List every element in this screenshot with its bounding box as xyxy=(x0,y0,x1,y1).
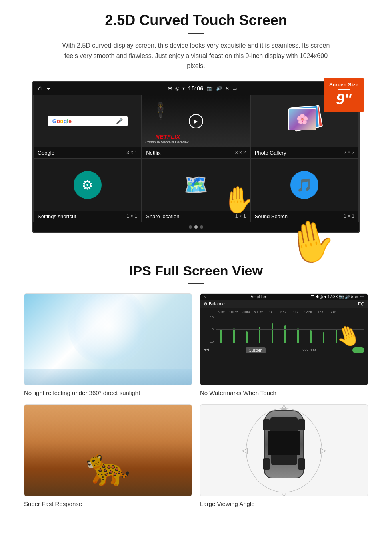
eq-label-500hz: 500hz xyxy=(253,310,264,314)
amp-icons: ☰ ✱ ◎ ▾ 17:33 📷 🔊 ✕ ▭ ➖ xyxy=(311,295,364,299)
car-roof xyxy=(268,431,300,455)
car-body xyxy=(264,410,304,478)
custom-button[interactable]: Custom xyxy=(246,347,266,353)
home-icon[interactable]: ⌂ xyxy=(38,84,42,92)
eq-area: 60hz 100hz 200hz 500hz 1k 2.5k 10k 12.5k… xyxy=(200,308,368,346)
app-name-sound: Sound Search xyxy=(255,213,288,219)
section2-title: IPS Full Screen View xyxy=(24,263,368,279)
sky-gradient xyxy=(24,405,192,460)
dot-3[interactable] xyxy=(200,225,203,229)
loudness-toggle[interactable] xyxy=(352,347,364,353)
view-arrow-bottom: ▽ xyxy=(281,490,287,496)
app-grid-google: 3 × 1 xyxy=(126,150,137,155)
app-cell-netflix[interactable]: 🕴 ▶ NETFLIX Continue Marvel's Daredevil … xyxy=(142,95,250,159)
section2-underline xyxy=(188,283,204,284)
car-wheel-front-left xyxy=(263,419,270,430)
play-button[interactable]: ▶ xyxy=(189,114,203,128)
daredevil-silhouette: 🕴 xyxy=(150,101,171,121)
app-cell-share[interactable]: 🗺️ 🤚 Share location 1 × 1 xyxy=(142,159,250,222)
eq-bar-2 xyxy=(233,328,235,343)
eq-label-15k: 15k xyxy=(315,310,326,314)
amp-time: 17:33 xyxy=(328,295,338,299)
feature-car: ◁ ▷ △ ▽ Large Viewing Angle xyxy=(200,404,368,507)
photo-stack: 🌸 xyxy=(288,105,320,137)
status-center: ✱ ◎ ▾ 15:06 📷 🔊 ✕ ▭ xyxy=(51,85,354,92)
status-icons-left: ⌂ ⌁ xyxy=(38,84,51,93)
feature-amplifier: ⌂ Amplifier ☰ ✱ ◎ ▾ 17:33 📷 🔊 ✕ ▭ ➖ ⚙ Ba… xyxy=(200,293,368,396)
close-icon: ✕ xyxy=(225,86,229,91)
car-caption: Large Viewing Angle xyxy=(200,500,368,507)
eq-axis-10: 10 xyxy=(204,315,214,319)
volume-icon: 🔊 xyxy=(216,86,222,91)
amp-status-bar: ⌂ Amplifier ☰ ✱ ◎ ▾ 17:33 📷 🔊 ✕ ▭ ➖ xyxy=(200,293,368,300)
sunlight-image xyxy=(24,293,192,385)
amplifier-image: ⌂ Amplifier ☰ ✱ ◎ ▾ 17:33 📷 🔊 ✕ ▭ ➖ ⚙ Ba… xyxy=(200,293,368,385)
mic-icon[interactable]: 🎤 xyxy=(116,118,123,124)
music-note-icon: 🎵 xyxy=(296,177,312,193)
app-cell-settings[interactable]: ⚙ Settings shortcut 1 × 1 xyxy=(33,159,142,222)
eq-axis-0: 0 xyxy=(204,327,214,331)
section1-description: With 2.5D curved-display screen, this de… xyxy=(56,40,336,71)
window-icon: ▭ xyxy=(232,86,237,91)
flower-emoji: 🌸 xyxy=(296,114,308,125)
status-bar: ⌂ ⌁ ✱ ◎ ▾ 15:06 📷 🔊 ✕ ▭ xyxy=(33,82,359,95)
eq-bar-7 xyxy=(297,328,299,343)
app-grid-settings: 1 × 1 xyxy=(126,213,137,219)
cheetah-caption: Super Fast Response xyxy=(24,500,192,507)
share-thumbnail: 🗺️ 🤚 xyxy=(142,159,250,211)
app-cell-sound[interactable]: 🎵 Sound Search 1 × 1 xyxy=(250,159,359,222)
car-top-view: ◁ ▷ △ ▽ xyxy=(252,410,316,490)
app-name-netflix: Netflix xyxy=(146,150,160,156)
app-grid-netflix: 3 × 2 xyxy=(235,150,246,155)
gear-icon: ⚙ xyxy=(82,177,93,193)
amplifier-caption: No Watermarks When Touch xyxy=(200,389,368,396)
netflix-subtitle: Continue Marvel's Daredevil xyxy=(145,140,190,144)
eq-bar-8 xyxy=(310,330,312,343)
settings-label-bar: Settings shortcut 1 × 1 xyxy=(34,211,141,222)
eq-axis-n10: -10 xyxy=(204,340,214,343)
cheetah-image: 🐆 xyxy=(24,404,192,496)
view-arrow-left: ◁ xyxy=(242,446,248,455)
eq-bar-3 xyxy=(246,331,248,343)
eq-label-200hz: 200hz xyxy=(240,310,252,314)
view-arrow-top: △ xyxy=(281,404,287,411)
eq-label-60hz: 60hz xyxy=(216,310,227,314)
sky-bottom xyxy=(24,369,192,385)
dot-1[interactable] xyxy=(189,225,192,229)
status-time: 15:06 xyxy=(188,85,203,92)
app-name-google: Google xyxy=(38,150,54,156)
car-rear-window xyxy=(271,455,297,465)
view-arrow-right: ▷ xyxy=(320,446,326,455)
feature-grid: No light reflecting under 360° direct su… xyxy=(24,293,368,507)
car-windshield xyxy=(270,417,298,431)
eq-prev-icon[interactable]: ◀◀ xyxy=(204,347,209,353)
app-cell-google[interactable]: Google 🎤 Google 3 × 1 xyxy=(33,95,142,159)
feature-cheetah: 🐆 Super Fast Response xyxy=(24,404,192,507)
wifi-icon: ▾ xyxy=(182,86,185,91)
car-view-image: ◁ ▷ △ ▽ xyxy=(200,404,368,496)
music-icon-wrap: 🎵 xyxy=(290,171,318,199)
amp-title: Amplifier xyxy=(251,295,266,299)
eq-label-10k: 10k xyxy=(290,310,301,314)
badge-divider xyxy=(338,89,350,90)
feature-sunlight: No light reflecting under 360° direct su… xyxy=(24,293,192,396)
device-mockup: Screen Size 9" ⌂ ⌁ ✱ ◎ ▾ 15:06 📷 🔊 ✕ xyxy=(32,81,360,233)
netflix-label: NETFLIX Continue Marvel's Daredevil xyxy=(145,134,190,144)
eq-label-12-5k: 12.5k xyxy=(302,310,314,314)
settings-icon-wrap: ⚙ xyxy=(74,171,102,199)
eq-label-2-5k: 2.5k xyxy=(278,310,289,314)
car-wheel-front-right xyxy=(298,419,305,430)
google-search-bar[interactable]: Google 🎤 xyxy=(48,116,128,126)
eq-sliders-row: 10 0 -10 xyxy=(204,315,364,343)
dot-2[interactable] xyxy=(194,225,198,229)
eq-bar-9 xyxy=(323,332,324,343)
google-thumbnail: Google 🎤 xyxy=(34,95,141,147)
google-label: Google 3 × 1 xyxy=(34,147,141,158)
section-curved-screen: 2.5D Curved Touch Screen With 2.5D curve… xyxy=(0,0,392,243)
touch-hand-icon: 🤚 xyxy=(282,214,340,269)
android-screen: ⌂ ⌁ ✱ ◎ ▾ 15:06 📷 🔊 ✕ ▭ xyxy=(32,81,360,233)
loudness-label: loudness xyxy=(302,347,316,353)
section-ips: IPS Full Screen View No light reflecting… xyxy=(0,251,392,515)
amp-sliders-icon: ⚙ Balance xyxy=(204,301,225,307)
hand-pointing-icon: 🤚 xyxy=(222,185,250,215)
